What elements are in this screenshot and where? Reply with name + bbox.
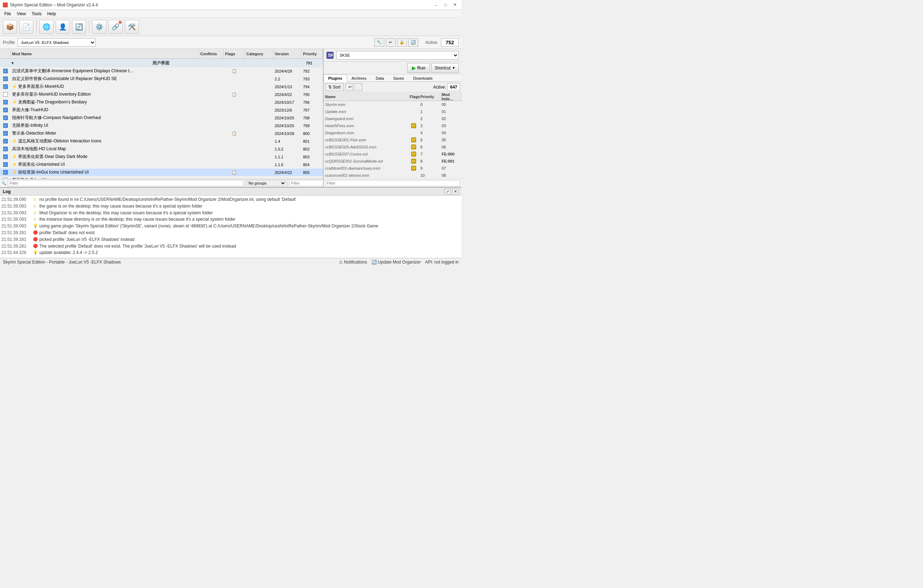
mod-row[interactable]: 界面美化-Edge UI0.61806 [0, 176, 323, 179]
mod-row[interactable]: 沉浸式菜单中文翻译-Immersive Equipment Displays C… [0, 67, 323, 75]
plugin-row[interactable]: ccBGSSE025-AdvDSGS.esm🏷606 [324, 144, 462, 151]
mod-checkbox[interactable] [3, 147, 8, 151]
nxm-button[interactable]: 🔗! [108, 20, 123, 34]
col-category[interactable]: Category [245, 49, 273, 59]
run-button[interactable]: ▶ Run [407, 63, 430, 73]
update-button[interactable]: 🔄 Update Mod Organizer [371, 260, 421, 265]
mod-row[interactable]: ⚡界面美化前置-Dear Diary Dark Mode1.1.1803 [0, 153, 323, 161]
col-mod-name[interactable]: Mod Name [11, 49, 199, 59]
mod-filter-input[interactable] [8, 180, 243, 186]
mod-checkbox[interactable] [3, 84, 8, 89]
plugin-row[interactable]: ccBGSSE037-Curios.esl🏷7FE:000 [324, 151, 462, 157]
profiles-button[interactable]: 👤 [56, 20, 70, 34]
mod-row[interactable]: ⚡龙裔图鉴-The Dragonborn's Bestiary2024/10/1… [0, 98, 323, 106]
col-flags[interactable]: Flags [224, 49, 245, 59]
mod-checkbox[interactable] [3, 123, 8, 128]
col-checkbox[interactable] [0, 49, 11, 59]
plugin-row[interactable]: ccasvsse001-almsivi.esm1008 [324, 172, 462, 179]
log-timestamp: 21:51:39.281 [2, 230, 31, 236]
wrench-tool-button[interactable]: 🔧 [374, 38, 384, 47]
mod-checkbox[interactable] [3, 139, 8, 144]
mod-version: 2023/12/6 [273, 108, 302, 112]
group-select[interactable]: No groups [247, 180, 286, 186]
mod-row[interactable]: 自定义部件替换-Customizable UI Replacer SkyHUD … [0, 75, 323, 83]
log-message: picked profile 'JueLun V5 -ELFX Shadows'… [39, 237, 134, 242]
mod-row[interactable]: ⚡界面美化-Untarnished UI1.1.6804 [0, 161, 323, 169]
sort-button[interactable]: ⇅ Sort [325, 83, 344, 91]
col-priority[interactable]: Priority [302, 49, 323, 59]
menu-file[interactable]: File [2, 11, 14, 17]
shortcut-button[interactable]: Shortcut ▼ [431, 63, 459, 73]
plugin-col-name[interactable]: Name [324, 95, 408, 99]
mod-row[interactable]: 无限界面-Infinity UI2024/10/25799 [0, 122, 323, 129]
log-timestamp: 21:51:39.093 [2, 210, 31, 216]
plugin-filter-input[interactable] [325, 180, 460, 186]
mod-priority: 796 [302, 100, 323, 105]
plugin-row[interactable]: HearthFires.esm🏷303 [324, 122, 462, 129]
mod-row[interactable]: ⚡更多界面显示-MoreHUD2024/1/13794 [0, 83, 323, 91]
menu-view[interactable]: View [14, 11, 29, 17]
mod-row[interactable]: ⚡按钮资源-ImGui Icons Untarnished UI📋2024/4/… [0, 169, 323, 176]
lock-tool-button[interactable]: 🔒 [397, 38, 407, 47]
plugin-row[interactable]: Dragonborn.esm404 [324, 129, 462, 136]
plugin-col-priority[interactable]: Priority [419, 95, 440, 99]
mod-checkbox[interactable] [3, 108, 8, 112]
col-conflicts[interactable]: Conflicts [199, 49, 224, 59]
plugin-btn-2[interactable]: ↩ [345, 83, 353, 91]
mod-checkbox[interactable] [3, 77, 8, 81]
plugin-row[interactable]: ccQDRSSE001-SurvivalMode.esl🏷8FE:001 [324, 157, 462, 165]
mod-checkbox[interactable] [3, 69, 8, 73]
minimize-button[interactable]: – [432, 2, 440, 8]
titlebar: Skyrim Special Edition – Mod Organizer v… [0, 0, 462, 10]
menu-help[interactable]: Help [44, 11, 59, 17]
plugin-mod-index: 08 [440, 173, 462, 177]
plugin-row[interactable]: Skyrim.esm000 [324, 101, 462, 108]
tab-downloads[interactable]: Downloads [409, 74, 437, 82]
tab-data[interactable]: Data [371, 74, 389, 82]
mod-checkbox[interactable] [3, 154, 8, 159]
undo-tool-button[interactable]: ↩ [386, 38, 396, 47]
settings-button[interactable]: ⚙️ [92, 20, 106, 34]
log-close-button[interactable]: ✕ [452, 189, 459, 195]
expand-arrow[interactable]: ▼ [11, 61, 15, 65]
mod-row[interactable]: 指南针导航大修-Compass Navigation Overhaul2024/… [0, 114, 323, 122]
mod-row[interactable]: 界面大修-TrueHUD2023/12/6797 [0, 106, 323, 114]
col-version[interactable]: Version [273, 49, 302, 59]
nexus-button[interactable]: 🌐 [39, 20, 54, 34]
skse-select[interactable]: SKSE [337, 51, 459, 59]
tab-plugins[interactable]: Plugins [324, 74, 347, 82]
mod-row[interactable]: 更多库存显示-MoreHUD Inventory Edition📋2024/4/… [0, 91, 323, 98]
log-resize-button[interactable]: ⤢ [445, 189, 451, 195]
mod-checkbox[interactable] [3, 162, 8, 167]
mod-filter-input-2[interactable] [289, 180, 323, 186]
plugin-row[interactable]: ccBGSSE001-Fish.esm🏷505 [324, 136, 462, 144]
mod-checkbox[interactable] [3, 170, 8, 175]
notifications-button[interactable]: ⚠ Notifications [339, 260, 367, 265]
tab-saves[interactable]: Saves [389, 74, 409, 82]
tab-archives[interactable]: Archives [347, 74, 371, 82]
mod-row[interactable]: 警示条-Detection Meter📋2024/10/28800 [0, 129, 323, 138]
menu-tools[interactable]: Tools [29, 11, 44, 17]
mod-checkbox[interactable] [3, 92, 8, 97]
mod-row[interactable]: 高清木地地图-HD Local Map1.0.2802 [0, 145, 323, 153]
mod-checkbox[interactable] [3, 100, 8, 105]
plugin-row[interactable]: Update.esm101 [324, 108, 462, 115]
close-button[interactable]: ✕ [451, 2, 459, 8]
plugin-row[interactable]: ccafdsse001-dwesanctuary.esm🏷907 [324, 165, 462, 172]
refresh-button[interactable]: 🔄 [72, 20, 86, 34]
install-mod-button[interactable]: 📦 [3, 20, 17, 34]
tools-config-button[interactable]: 🛠️ [125, 20, 139, 34]
maximize-button[interactable]: □ [442, 2, 450, 8]
create-mod-button[interactable]: 📄 [19, 20, 33, 34]
plugin-col-flags[interactable]: Flags [408, 95, 419, 99]
mod-version: 2024/4/29 [273, 69, 302, 73]
profile-select[interactable]: JueLun V5 -ELFX Shadows [18, 38, 96, 47]
plugin-col-mod-index[interactable]: Mod Inde... [440, 92, 462, 101]
log-timestamp: 21:51:39.093 [2, 203, 31, 209]
mod-row[interactable]: ⚡遗忘风格互动图标-Oblivion Interaction Icons1.48… [0, 138, 323, 145]
mod-checkbox[interactable] [3, 131, 8, 136]
plugin-row[interactable]: Dawnguard.esm202 [324, 115, 462, 122]
plugin-btn-3[interactable]: 📄 [355, 83, 362, 91]
mod-checkbox[interactable] [3, 115, 8, 120]
refresh-tool-button[interactable]: 🔄 [408, 38, 418, 47]
